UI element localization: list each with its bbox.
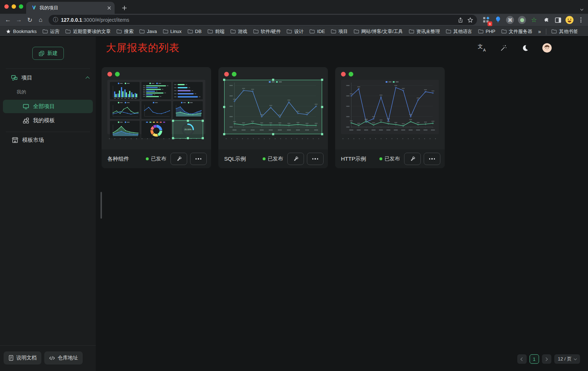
- mini-chart-line: [110, 101, 140, 119]
- bookmark-folder[interactable]: 近期需要读的文章: [63, 28, 113, 36]
- prev-page-button[interactable]: [517, 354, 527, 364]
- project-thumbnail[interactable]: 25.00%: [107, 80, 205, 134]
- sidebar-item-template-market[interactable]: 模板市场: [3, 133, 93, 147]
- side-panel-icon[interactable]: [553, 15, 563, 25]
- selection-handle[interactable]: [223, 133, 225, 135]
- bookmark-folder[interactable]: 文件服务器: [499, 28, 535, 36]
- bookmark-folder[interactable]: DB: [185, 28, 204, 36]
- project-thumbnail[interactable]: [224, 80, 322, 134]
- bookmark-star-icon[interactable]: [467, 17, 473, 23]
- sidebar-group-projects[interactable]: 项目: [0, 69, 96, 86]
- svg-text:25.00%: 25.00%: [184, 128, 192, 131]
- sidebar: 新建 项目 我的 全部项目: [0, 37, 96, 371]
- tab-strip: 我的项目: [0, 0, 588, 14]
- selection-handle[interactable]: [202, 120, 204, 122]
- selection-handle[interactable]: [202, 137, 204, 139]
- browser-profile-avatar[interactable]: [565, 16, 574, 24]
- address-bar[interactable]: ⓘ 127.0.0.1:3000/#/project/items: [49, 15, 477, 25]
- current-page-button[interactable]: 1: [530, 354, 539, 364]
- bookmark-folder[interactable]: 项目: [329, 28, 350, 36]
- bookmark-folder[interactable]: 搜索: [114, 28, 136, 36]
- project-card: 25.00% 各种组件 已发布: [102, 67, 211, 168]
- bookmark-folder[interactable]: IDE: [307, 28, 327, 36]
- bookmark-folder[interactable]: 软件/硬件: [251, 28, 283, 36]
- share-icon[interactable]: [457, 17, 464, 23]
- status-badge: 已发布: [379, 156, 400, 162]
- language-toggle-button[interactable]: 文 A: [477, 43, 486, 53]
- extension-balloon-icon[interactable]: [493, 15, 503, 25]
- tab-favicon-icon: [31, 5, 37, 11]
- bookmark-folder[interactable]: 游戏: [228, 28, 250, 36]
- new-project-button[interactable]: 新建: [32, 47, 64, 60]
- bookmark-folder[interactable]: 运营: [40, 28, 62, 36]
- selection-handle[interactable]: [172, 120, 174, 122]
- selection-handle[interactable]: [172, 137, 174, 139]
- tab-search-chevron-icon[interactable]: [581, 5, 583, 12]
- other-bookmarks-folder[interactable]: 其他书签: [549, 28, 580, 36]
- user-avatar[interactable]: [542, 43, 552, 53]
- sidebar-item-all-projects[interactable]: 全部项目: [3, 100, 93, 113]
- extension-star-icon[interactable]: ☆: [529, 15, 539, 25]
- window-zoom-button[interactable]: [19, 4, 23, 9]
- dark-mode-button[interactable]: [521, 43, 530, 53]
- project-thumbnail[interactable]: [341, 80, 439, 134]
- selection-handle[interactable]: [223, 79, 225, 81]
- selection-handle[interactable]: [272, 133, 274, 135]
- site-info-icon[interactable]: ⓘ: [53, 17, 58, 23]
- bookmarks-root[interactable]: Bookmarks: [4, 28, 39, 35]
- bookmark-folder[interactable]: 网站/博客/文章/工具: [351, 28, 405, 36]
- selection-handle[interactable]: [321, 133, 323, 135]
- selection-handle[interactable]: [187, 137, 189, 139]
- browser-menu-icon[interactable]: [576, 15, 585, 25]
- selection-handle[interactable]: [223, 106, 225, 108]
- edit-button[interactable]: [404, 153, 421, 165]
- project-card: SQL示例 已发布: [218, 67, 328, 168]
- bookmark-folder[interactable]: 设计: [284, 28, 306, 36]
- tab-close-icon[interactable]: [107, 6, 111, 10]
- hammer-icon: [410, 156, 416, 162]
- selection-handle[interactable]: [187, 120, 189, 122]
- card-footer: 各种组件 已发布: [102, 149, 211, 168]
- edit-button[interactable]: [287, 153, 304, 165]
- extension-recorder-icon[interactable]: [517, 15, 527, 25]
- window-close-button[interactable]: [4, 4, 9, 9]
- folder-icon: [116, 29, 122, 34]
- forward-button[interactable]: →: [14, 15, 24, 25]
- edit-button[interactable]: [170, 153, 187, 165]
- more-button[interactable]: [190, 153, 207, 165]
- home-button[interactable]: ⌂: [36, 15, 46, 25]
- theme-wand-button[interactable]: [499, 43, 508, 53]
- translate-icon: 文 A: [478, 44, 486, 52]
- window-minimize-button[interactable]: [12, 4, 16, 9]
- next-page-button[interactable]: [542, 354, 551, 364]
- more-button[interactable]: [424, 153, 440, 165]
- bookmark-folder[interactable]: 其他语言: [444, 28, 474, 36]
- folder-icon: [409, 29, 414, 34]
- selection-handle[interactable]: [321, 106, 323, 108]
- back-button[interactable]: ←: [3, 15, 13, 25]
- folder-icon: [230, 29, 236, 34]
- bookmarks-overflow-chevron[interactable]: »: [536, 29, 543, 34]
- selection-handle[interactable]: [321, 79, 323, 81]
- page-size-select[interactable]: 12 / 页: [554, 354, 580, 364]
- extension-grid-icon[interactable]: 9: [481, 15, 491, 25]
- sidebar-item-my-templates[interactable]: 我的模板: [3, 114, 93, 127]
- document-icon: [8, 355, 14, 361]
- bookmark-folder[interactable]: Java: [137, 28, 159, 36]
- chevron-up-icon[interactable]: [86, 76, 90, 80]
- browser-tab[interactable]: 我的项目: [26, 2, 115, 14]
- extensions-puzzle-icon[interactable]: [541, 15, 551, 25]
- bookmark-folder[interactable]: 资讯未整理: [407, 28, 442, 36]
- bookmarks-bar: Bookmarks 运营近期需要读的文章搜索JavaLinuxDB前端游戏软件/…: [0, 26, 588, 36]
- bookmark-folder[interactable]: Linux: [161, 28, 184, 36]
- bookmark-folder[interactable]: PHP: [476, 28, 498, 36]
- bookmark-folder[interactable]: 前端: [205, 28, 227, 36]
- selection-handle[interactable]: [272, 79, 274, 81]
- more-button[interactable]: [307, 153, 324, 165]
- docs-button[interactable]: 说明文档: [4, 351, 41, 364]
- new-tab-button[interactable]: [120, 3, 129, 13]
- extension-command-icon[interactable]: ⌘: [505, 15, 515, 25]
- scrollbar-thumb[interactable]: [100, 192, 102, 219]
- repo-button[interactable]: 仓库地址: [44, 351, 83, 364]
- reload-button[interactable]: ↻: [25, 15, 35, 25]
